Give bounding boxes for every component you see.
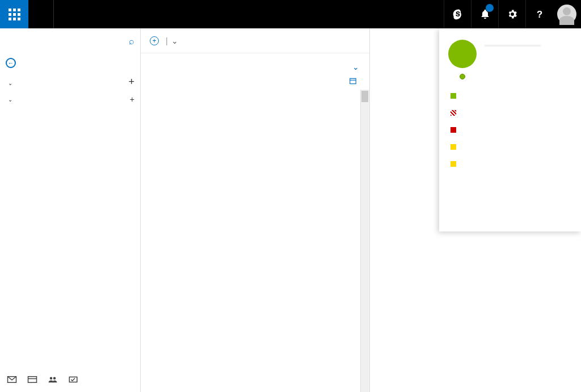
search-box[interactable]: ⌕	[0, 28, 140, 53]
profile-avatar	[448, 40, 477, 68]
svg-rect-6	[350, 78, 356, 83]
change-photo-link[interactable]	[439, 70, 581, 87]
app-label[interactable]	[53, 0, 79, 28]
help-button[interactable]: ?	[525, 0, 553, 28]
folder-pane: ⌕ ← ⌄ + ⌄ +	[0, 28, 141, 392]
agenda-link[interactable]	[349, 77, 359, 85]
open-mailbox[interactable]	[439, 206, 581, 218]
about-me[interactable]	[439, 195, 581, 206]
profile-email: —————————	[485, 41, 541, 48]
message-list	[141, 90, 369, 392]
filter-button[interactable]: ⌄	[350, 62, 359, 71]
calendar-module[interactable]	[27, 375, 37, 386]
skype-icon	[452, 9, 464, 20]
settings-button[interactable]	[498, 0, 525, 28]
app-launcher[interactable]	[0, 0, 28, 28]
signout-im[interactable]	[439, 184, 581, 195]
tasks-module[interactable]	[68, 375, 78, 386]
status-busy[interactable]	[439, 104, 581, 121]
skype-button[interactable]	[444, 0, 471, 28]
presence-available-icon	[451, 93, 456, 99]
status-dnd[interactable]	[439, 121, 581, 138]
svg-text:?: ?	[537, 9, 542, 20]
top-bar: ?	[0, 0, 581, 28]
back-icon: ←	[6, 58, 16, 68]
reset-status[interactable]	[439, 172, 581, 184]
waffle-icon	[9, 9, 20, 20]
notifications-button[interactable]	[471, 0, 498, 28]
presence-dnd-icon	[451, 127, 456, 133]
notification-badge	[486, 4, 494, 12]
search-icon: ⌕	[129, 36, 134, 47]
add-folder-icon[interactable]: +	[130, 95, 134, 104]
calendar-icon	[27, 375, 37, 384]
profile-menu: —————————	[439, 28, 581, 231]
chevron-down-icon[interactable]: ⌄	[171, 36, 178, 45]
folders-header[interactable]: ←	[0, 53, 140, 73]
status-away[interactable]	[439, 155, 581, 172]
calendar-icon	[349, 77, 357, 85]
mail-icon	[7, 375, 17, 384]
module-switcher	[0, 369, 140, 392]
brand-label[interactable]	[28, 0, 53, 28]
question-icon: ?	[534, 9, 545, 20]
status-available[interactable]	[439, 87, 581, 104]
avatar-icon	[557, 5, 576, 24]
chevron-down-icon: ⌄	[8, 80, 12, 86]
new-mail-bar[interactable]: + | ⌄	[141, 28, 369, 53]
presence-dot-icon	[460, 74, 465, 79]
presence-away-icon	[451, 161, 456, 167]
svg-point-4	[53, 377, 56, 380]
presence-busy-icon	[451, 110, 456, 116]
chevron-down-icon: ⌄	[8, 96, 12, 103]
plus-icon: +	[150, 36, 159, 45]
people-icon	[48, 375, 58, 384]
status-brb[interactable]	[439, 138, 581, 155]
svg-point-3	[50, 377, 53, 380]
tasks-icon	[68, 375, 78, 384]
svg-rect-1	[28, 377, 37, 383]
account-row[interactable]: ⌄ +	[0, 91, 140, 107]
list-header: ⌄	[141, 53, 369, 90]
mail-module[interactable]	[7, 375, 17, 386]
favorites-row[interactable]: ⌄ +	[0, 73, 140, 91]
add-favorite-button[interactable]: +	[128, 76, 134, 88]
presence-brb-icon	[451, 144, 456, 150]
people-module[interactable]	[48, 375, 58, 386]
scrollbar[interactable]	[360, 90, 369, 392]
message-list-pane: + | ⌄ ⌄	[141, 28, 370, 392]
profile-button[interactable]	[553, 0, 581, 28]
sign-out[interactable]	[439, 218, 581, 229]
gear-icon	[507, 9, 518, 20]
